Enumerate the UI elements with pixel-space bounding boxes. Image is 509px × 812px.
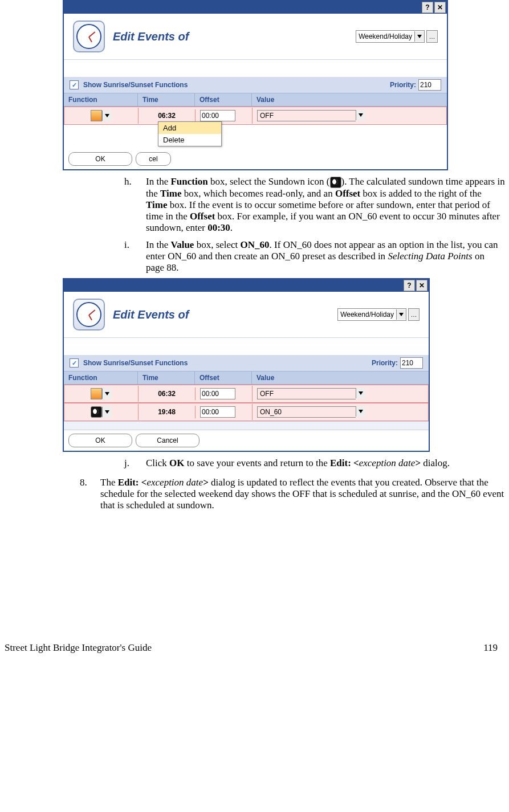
step-h-text: In the Function box, select the Sundown … [146,176,505,234]
step-8-text: The Edit: <exception date> dialog is upd… [100,477,509,511]
offset-input[interactable] [200,406,235,418]
ok-button[interactable]: OK [68,434,132,447]
more-button[interactable]: … [408,308,420,321]
schedule-selector[interactable]: Weekend/Holiday [356,30,425,43]
dialog-titlebar: ? ✕ [64,279,429,292]
col-time: Time [138,372,195,384]
chevron-down-icon[interactable] [356,406,365,417]
step-j-text: Click OK to save your events and return … [146,458,505,469]
column-headers: Function Time Offset Value [64,372,429,385]
clock-icon [73,21,105,52]
help-icon[interactable]: ? [422,2,433,13]
priority-input[interactable] [418,79,441,91]
step-j-label: j. [124,458,146,469]
value-text: OFF [257,388,356,399]
cancel-button[interactable]: Cancel [136,434,199,447]
value-select[interactable]: OFF [257,110,365,121]
context-menu: Add Delete [158,121,222,146]
col-offset: Offset [195,372,252,384]
col-time: Time [138,93,195,106]
chevron-down-icon[interactable] [356,110,365,120]
more-button[interactable]: … [426,30,438,43]
show-sun-label: Show Sunrise/Sunset Functions [83,359,188,367]
sundown-icon [91,406,102,418]
time-value: 06:32 [139,387,196,400]
show-sun-label: Show Sunrise/Sunset Functions [83,81,188,89]
value-select[interactable]: ON_60 [257,406,365,418]
col-value: Value [252,372,429,384]
offset-input[interactable] [200,388,235,399]
schedule-value: Weekend/Holiday [356,32,414,40]
value-select[interactable]: OFF [257,388,365,399]
help-icon[interactable]: ? [404,280,415,291]
dialog-title: Edit Events of [113,308,329,321]
function-dropdown[interactable] [102,389,112,399]
step-i-text: In the Value box, select ON_60. If ON_60… [146,239,505,274]
value-text: OFF [257,110,356,121]
event-row[interactable]: 06:32 OFF [64,385,429,403]
col-value: Value [252,93,447,106]
schedule-value: Weekend/Holiday [338,311,396,319]
chevron-down-icon[interactable] [396,309,406,320]
chevron-down-icon[interactable] [356,388,365,398]
col-offset: Offset [195,93,252,106]
function-dropdown[interactable] [102,407,112,417]
show-sun-checkbox[interactable]: ✓ [70,358,79,368]
menu-delete[interactable]: Delete [158,134,221,146]
offset-input[interactable] [200,110,235,121]
clock-icon [73,299,105,330]
function-dropdown[interactable] [102,111,112,121]
priority-label: Priority: [372,359,398,367]
sundown-icon [330,177,341,188]
edit-events-dialog-2: ? ✕ Edit Events of Weekend/Holiday … ✓ S… [63,278,430,452]
footer-title: Street Light Bridge Integrator's Guide [5,642,152,654]
edit-events-dialog-1: ? ✕ Edit Events of Weekend/Holiday … ✓ S… [63,0,448,170]
sunrise-icon [91,110,102,121]
value-text: ON_60 [257,406,356,418]
cancel-button-truncated[interactable]: cel [136,152,171,166]
event-row[interactable]: 19:48 ON_60 [64,403,429,421]
dialog-titlebar: ? ✕ [64,1,447,14]
priority-input[interactable] [400,357,423,369]
event-row[interactable]: 06:32 OFF [64,107,447,125]
schedule-selector[interactable]: Weekend/Holiday [337,308,406,321]
time-value: 06:32 [139,109,196,122]
page-number: 119 [483,642,498,654]
column-headers: Function Time Offset Value [64,93,447,107]
close-icon[interactable]: ✕ [416,280,427,291]
menu-add[interactable]: Add [158,122,221,134]
step-8-label: 8. [80,477,100,511]
time-value: 19:48 [139,406,196,418]
dialog-title: Edit Events of [113,30,348,43]
sunrise-icon [91,388,102,399]
show-sun-checkbox[interactable]: ✓ [70,80,79,89]
col-function: Function [64,93,138,106]
col-function: Function [64,372,138,384]
priority-label: Priority: [390,81,416,89]
ok-button[interactable]: OK [68,152,132,166]
chevron-down-icon[interactable] [414,31,424,42]
step-h-label: h. [124,176,146,234]
close-icon[interactable]: ✕ [434,2,446,13]
step-i-label: i. [124,239,146,274]
